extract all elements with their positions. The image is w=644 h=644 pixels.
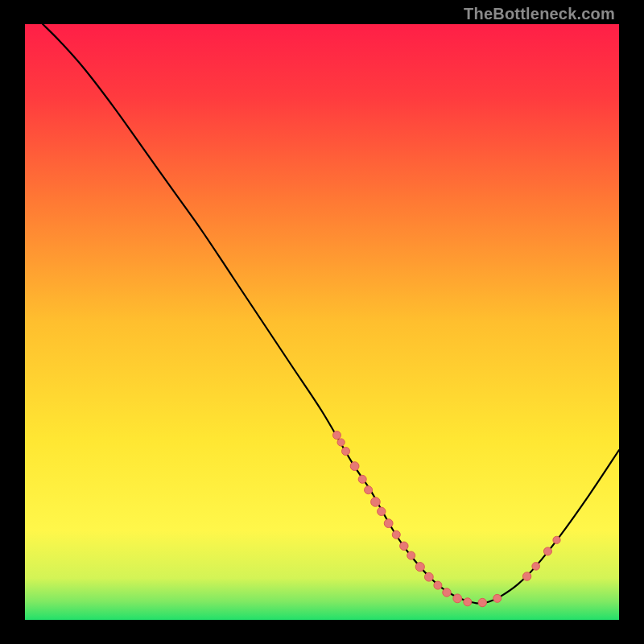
curve-marker	[371, 497, 381, 507]
curve-marker	[493, 594, 502, 602]
curve-marker	[384, 519, 393, 528]
curve-marker	[407, 551, 415, 559]
curve-marker	[332, 431, 341, 440]
curve-marker	[400, 542, 408, 550]
curve-marker	[522, 572, 530, 580]
curve-marker	[415, 563, 424, 572]
curve-marker	[350, 462, 359, 471]
curve-marker	[453, 594, 462, 603]
curve-marker	[365, 486, 373, 494]
curve-marker	[553, 536, 560, 543]
curve-marker	[342, 448, 350, 456]
curve-marker	[424, 572, 433, 581]
curve-marker	[532, 563, 540, 571]
curve-marker	[337, 439, 345, 446]
plot-area	[25, 24, 619, 620]
curve-marker	[392, 530, 400, 539]
curve-marker	[434, 581, 442, 589]
chart-stage: TheBottleneck.com	[0, 0, 644, 644]
curve-marker	[543, 547, 551, 555]
curve-marker	[478, 598, 486, 606]
curve-marker	[443, 588, 451, 597]
attribution-text: TheBottleneck.com	[464, 5, 615, 23]
gradient-background	[25, 24, 619, 620]
curve-marker	[358, 475, 366, 483]
curve-marker	[378, 507, 386, 515]
chart-svg	[25, 24, 619, 620]
curve-marker	[464, 598, 472, 606]
